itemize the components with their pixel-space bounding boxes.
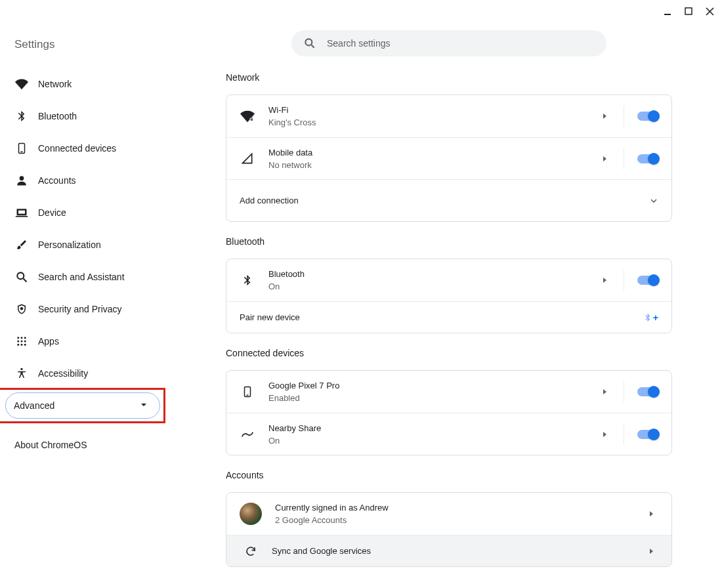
svg-point-21 (305, 39, 312, 45)
chevron-right-icon (603, 388, 609, 395)
svg-point-11 (17, 337, 19, 339)
sync-label: Sync and Google services (272, 546, 649, 556)
sidebar-item-apps[interactable]: Apps (5, 328, 176, 354)
sidebar-item-search-assistant[interactable]: Search and Assistant (5, 264, 176, 290)
add-connection-row[interactable]: Add connection (226, 179, 671, 221)
phone-status: Enabled (268, 393, 603, 403)
sidebar-label: Apps (38, 336, 59, 346)
separator (624, 148, 624, 169)
svg-point-16 (24, 341, 26, 343)
bluetooth-pair-icon: + (643, 312, 658, 323)
maximize-button[interactable] (683, 5, 694, 17)
nearby-toggle[interactable] (637, 430, 658, 439)
sidebar-label: Network (38, 79, 72, 89)
svg-rect-6 (18, 210, 26, 215)
wifi-toggle[interactable] (637, 112, 658, 121)
phone-row[interactable]: Google Pixel 7 Pro Enabled (226, 371, 671, 413)
bluetooth-status: On (268, 282, 603, 291)
phone-toggle[interactable] (637, 387, 658, 396)
pair-label: Pair new device (240, 312, 643, 322)
sidebar-item-personalization[interactable]: Personalization (5, 232, 176, 258)
svg-point-10 (20, 307, 24, 310)
sidebar-item-about[interactable]: About ChromeOS (5, 432, 176, 458)
sidebar-label: Personalization (38, 240, 101, 250)
chevron-right-icon (603, 431, 609, 438)
pair-new-device-row[interactable]: Pair new device + (226, 301, 671, 333)
section-title-network: Network (226, 72, 672, 83)
sidebar-item-security-privacy[interactable]: Security and Privacy (5, 296, 176, 322)
separator (624, 381, 624, 402)
shield-icon (14, 302, 29, 316)
sidebar-label: Connected devices (38, 143, 116, 154)
account-row[interactable]: Currently signed in as Andrew 2 Google A… (226, 493, 671, 535)
search-icon (303, 37, 316, 50)
sidebar-item-accessibility[interactable]: Accessibility (5, 360, 176, 387)
svg-line-22 (312, 45, 314, 48)
phone-icon (240, 384, 255, 400)
sidebar-item-bluetooth[interactable]: Bluetooth (5, 103, 176, 129)
svg-rect-0 (664, 14, 671, 15)
search-input[interactable] (327, 38, 595, 49)
chevron-right-icon (649, 548, 656, 555)
phone-label: Google Pixel 7 Pro (268, 381, 603, 390)
chevron-right-icon (603, 113, 609, 119)
svg-rect-1 (685, 8, 692, 14)
accessibility-icon (14, 366, 29, 381)
svg-rect-7 (16, 216, 28, 217)
bluetooth-toggle[interactable] (637, 276, 658, 285)
signed-in-label: Currently signed in as Andrew (275, 503, 649, 513)
chevron-right-icon (649, 511, 656, 517)
svg-line-9 (24, 279, 27, 282)
advanced-label: Advanced (14, 400, 54, 411)
sidebar-label: Accounts (38, 175, 76, 186)
mobile-data-row[interactable]: Mobile data No network (226, 137, 671, 179)
sidebar-item-advanced[interactable]: Advanced (5, 392, 160, 419)
sidebar-item-network[interactable]: Network (5, 71, 176, 97)
svg-rect-24 (251, 119, 253, 121)
chevron-right-icon (603, 156, 609, 162)
phone-icon (14, 141, 29, 156)
chevron-down-icon (649, 196, 658, 205)
nearby-status: On (268, 436, 603, 446)
close-button[interactable] (704, 5, 715, 17)
sidebar-label: Security and Privacy (38, 304, 122, 314)
sidebar-label: Accessibility (38, 368, 88, 379)
sync-services-row[interactable]: Sync and Google services (226, 535, 671, 566)
svg-point-14 (17, 341, 19, 343)
svg-point-15 (21, 341, 23, 343)
nearby-share-icon (240, 427, 255, 442)
brush-icon (14, 238, 29, 252)
bluetooth-icon (240, 272, 255, 288)
person-icon (14, 173, 29, 188)
search-icon (14, 270, 29, 284)
wifi-network-name: King's Cross (268, 117, 603, 127)
wifi-secure-icon (240, 108, 255, 124)
svg-point-8 (17, 272, 24, 279)
add-connection-label: Add connection (240, 196, 649, 205)
bluetooth-icon (14, 109, 29, 123)
wifi-row[interactable]: Wi-Fi King's Cross (226, 95, 671, 137)
sidebar-item-connected-devices[interactable]: Connected devices (5, 135, 176, 161)
sync-icon (243, 543, 259, 559)
section-title-accounts: Accounts (226, 470, 672, 480)
settings-title: Settings (5, 38, 176, 51)
svg-point-18 (21, 344, 23, 346)
account-count: 2 Google Accounts (275, 515, 649, 525)
wifi-label: Wi-Fi (268, 105, 603, 115)
chevron-right-icon (603, 277, 609, 284)
sidebar-item-device[interactable]: Device (5, 200, 176, 226)
bluetooth-row[interactable]: Bluetooth On (226, 259, 671, 301)
chevron-down-icon (140, 401, 149, 410)
search-bar[interactable] (291, 30, 606, 56)
svg-point-12 (21, 337, 23, 339)
mobile-data-status: No network (268, 160, 603, 170)
avatar (240, 503, 262, 525)
sidebar-item-accounts[interactable]: Accounts (5, 167, 176, 194)
apps-icon (14, 334, 29, 348)
bluetooth-label: Bluetooth (268, 269, 603, 279)
mobile-data-toggle[interactable] (637, 154, 658, 163)
svg-point-4 (20, 176, 24, 180)
separator (624, 106, 624, 127)
minimize-button[interactable] (662, 5, 673, 17)
nearby-share-row[interactable]: Nearby Share On (226, 413, 671, 455)
